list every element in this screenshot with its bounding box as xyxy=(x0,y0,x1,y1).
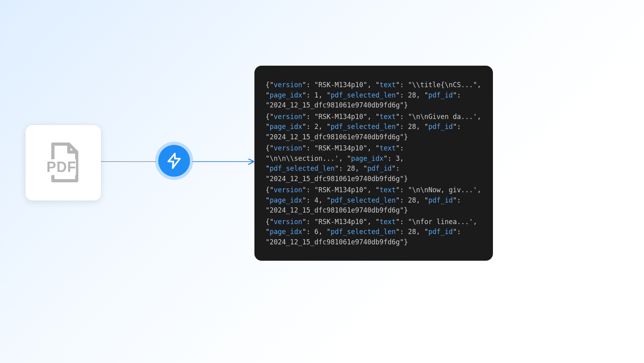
processor-node-inner xyxy=(158,145,190,177)
json-output-panel: {"version": "RSK-M134p10", "text": "\\ti… xyxy=(254,66,493,261)
lightning-icon xyxy=(165,152,183,170)
json-output-line: {"version": "RSK-M134p10", "text": "\n\n… xyxy=(266,185,482,216)
svg-text:PDF: PDF xyxy=(47,159,76,175)
processor-node xyxy=(155,142,193,180)
json-output-line: {"version": "RSK-M134p10", "text": "\n\n… xyxy=(266,112,482,142)
pdf-source-node: PDF xyxy=(25,125,101,201)
json-output-line: {"version": "RSK-M134p10", "text": "\n\n… xyxy=(266,143,482,184)
diagram-stage: PDF {"version": "RSK-M134p10", "text": "… xyxy=(0,0,644,363)
json-output-line: {"version": "RSK-M134p10", "text": "\nfo… xyxy=(266,217,482,248)
pdf-file-icon: PDF xyxy=(43,141,83,185)
json-output-line: {"version": "RSK-M134p10", "text": "\\ti… xyxy=(266,80,482,111)
